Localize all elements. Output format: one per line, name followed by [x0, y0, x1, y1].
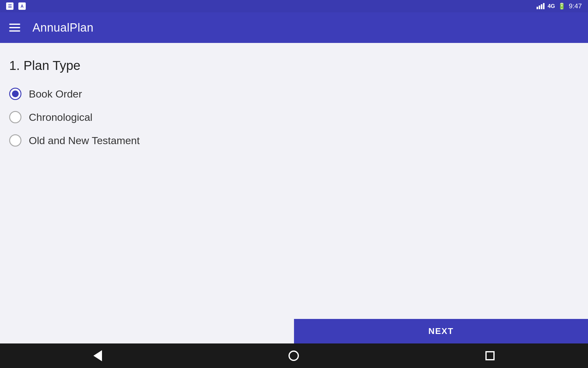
radio-label-book-order: Book Order — [29, 88, 82, 100]
app-title: AnnualPlan — [32, 21, 93, 34]
radio-option-chronological[interactable]: Chronological — [9, 109, 579, 126]
back-icon — [93, 350, 102, 361]
status-left-icons: ☰ A — [6, 2, 26, 10]
home-button[interactable] — [288, 351, 299, 361]
radio-label-chronological: Chronological — [29, 111, 92, 123]
home-icon — [288, 351, 299, 361]
app-icon: A — [18, 2, 26, 10]
nav-bar — [0, 343, 588, 368]
status-bar-right: 4G 🔋 9:47 — [537, 2, 582, 10]
signal-icon — [537, 3, 545, 9]
app-bar: AnnualPlan — [0, 12, 588, 43]
radio-circle-old-new-testament[interactable] — [9, 134, 21, 147]
battery-icon: 🔋 — [558, 2, 566, 10]
recents-icon — [485, 351, 495, 360]
plan-type-radio-group: Book Order Chronological Old and New Tes… — [9, 85, 579, 149]
status-bar-left: ☰ A — [6, 2, 26, 10]
main-content: 1. Plan Type Book Order Chronological Ol… — [0, 43, 588, 319]
radio-option-book-order[interactable]: Book Order — [9, 85, 579, 102]
next-button[interactable]: NEXT — [294, 319, 588, 343]
radio-circle-book-order[interactable] — [9, 88, 21, 100]
radio-label-old-new-testament: Old and New Testament — [29, 135, 140, 147]
time-display: 9:47 — [569, 2, 582, 10]
status-bar: ☰ A 4G 🔋 9:47 — [0, 0, 588, 12]
notification-icon: ☰ — [6, 2, 13, 10]
back-button[interactable] — [93, 350, 102, 361]
section-title: 1. Plan Type — [9, 58, 579, 73]
hamburger-menu-icon[interactable] — [9, 24, 20, 32]
network-type: 4G — [548, 3, 555, 10]
radio-option-old-new-testament[interactable]: Old and New Testament — [9, 132, 579, 149]
bottom-area: NEXT — [0, 319, 588, 343]
radio-circle-chronological[interactable] — [9, 111, 21, 123]
recents-button[interactable] — [485, 351, 495, 360]
